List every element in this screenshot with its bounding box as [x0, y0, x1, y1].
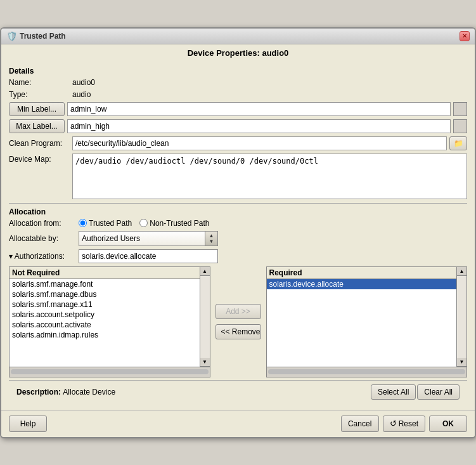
- help-button[interactable]: Help: [9, 416, 47, 432]
- required-scroll-down[interactable]: ▼: [457, 358, 466, 367]
- list-item[interactable]: solaris.admin.idmap.rules: [10, 330, 200, 340]
- required-panel: Required solaris.device.allocate ▲ ▼: [266, 266, 468, 377]
- transfer-buttons-area: Add >> << Remove: [213, 266, 264, 377]
- clean-program-label: Clean Program:: [9, 139, 72, 148]
- min-label-input[interactable]: [67, 102, 451, 116]
- not-required-header: Not Required: [9, 266, 200, 278]
- device-map-label: Device Map:: [9, 154, 72, 164]
- lists-area: Not Required solaris.smf.manage.fontsola…: [9, 266, 467, 377]
- reset-button[interactable]: ↺Reset: [383, 416, 425, 432]
- window-title: Device Properties: audio0: [1, 44, 475, 60]
- details-section-header: Details: [9, 67, 467, 75]
- max-label-color-box: [453, 119, 467, 133]
- footer-right: Cancel ↺Reset OK: [341, 416, 467, 432]
- authorizations-input[interactable]: [79, 249, 218, 263]
- select-all-button[interactable]: Select All: [371, 384, 416, 400]
- trusted-path-label: Trusted Path: [89, 219, 132, 228]
- trusted-path-radio[interactable]: [79, 219, 87, 227]
- authorizations-row: ▾ Authorizations:: [9, 249, 467, 263]
- trusted-path-icon: 🛡️: [6, 31, 17, 41]
- reset-icon: ↺: [390, 419, 397, 428]
- close-button[interactable]: ✕: [460, 31, 470, 41]
- name-row: Name: audio0: [9, 78, 467, 87]
- titlebar-left: 🛡️ Trusted Path: [6, 31, 66, 41]
- required-scroll-track: [457, 276, 466, 358]
- list-item[interactable]: solaris.smf.manage.font: [10, 279, 200, 289]
- bottom-bar: Description: Allocate Device Select All …: [9, 380, 467, 403]
- clean-program-file-button[interactable]: 📁: [449, 136, 467, 150]
- type-label: Type:: [9, 90, 72, 99]
- remove-button[interactable]: << Remove: [215, 324, 261, 339]
- non-trusted-path-radio-label[interactable]: Non-Trusted Path: [139, 219, 209, 228]
- required-header: Required: [266, 266, 458, 278]
- allocatable-by-select[interactable]: Authorized Users: [79, 231, 205, 246]
- required-vscroll[interactable]: ▲ ▼: [457, 266, 467, 367]
- clear-all-button[interactable]: Clear All: [417, 384, 460, 400]
- content-area: Details Name: audio0 Type: audio Min Lab…: [1, 60, 475, 410]
- separator: [9, 203, 467, 204]
- allocation-section-header: Allocation: [9, 207, 467, 216]
- description-value: Allocate Device: [63, 388, 115, 396]
- type-value: audio: [72, 90, 91, 99]
- not-required-hscroll[interactable]: [9, 367, 210, 377]
- non-trusted-path-label: Non-Trusted Path: [150, 219, 209, 228]
- required-scroll-up[interactable]: ▲: [457, 267, 466, 276]
- name-label: Name:: [9, 78, 72, 87]
- select-all-area: Select All Clear All: [371, 384, 460, 400]
- list-item[interactable]: solaris.smf.manage.dbus: [10, 289, 200, 299]
- min-label-color-box: [453, 102, 467, 116]
- non-trusted-path-radio[interactable]: [139, 219, 148, 227]
- not-required-scroll-track: [200, 276, 210, 358]
- main-window: 🛡️ Trusted Path ✕ Device Properties: aud…: [0, 27, 476, 438]
- allocation-from-radio-group: Trusted Path Non-Trusted Path: [79, 219, 210, 228]
- cancel-button[interactable]: Cancel: [341, 416, 379, 432]
- clean-program-input[interactable]: [72, 136, 447, 150]
- list-item[interactable]: solaris.smf.manage.x11: [10, 299, 200, 310]
- allocatable-by-row: Allocatable by: Authorized Users ▲▼: [9, 231, 467, 246]
- list-item[interactable]: solaris.device.allocate: [267, 279, 457, 289]
- description-label: Description:: [16, 388, 63, 396]
- required-hscroll[interactable]: [266, 367, 468, 377]
- allocation-from-label: Allocation from:: [9, 219, 79, 228]
- device-map-row: Device Map: /dev/audio /dev/audioctl /de…: [9, 154, 467, 199]
- ok-button[interactable]: OK: [429, 416, 467, 432]
- required-hscroll-track: [268, 369, 466, 374]
- titlebar: 🛡️ Trusted Path ✕: [1, 29, 475, 44]
- select-arrow-icon[interactable]: ▲▼: [205, 231, 218, 246]
- allocatable-by-select-wrapper: Authorized Users ▲▼: [79, 231, 218, 246]
- not-required-scroll-down[interactable]: ▼: [200, 358, 210, 367]
- titlebar-title: Trusted Path: [20, 32, 66, 41]
- allocation-from-row: Allocation from: Trusted Path Non-Truste…: [9, 219, 467, 228]
- list-item[interactable]: solaris.account.activate: [10, 320, 200, 330]
- description-area: Description: Allocate Device: [16, 388, 115, 396]
- list-item[interactable]: solaris.account.setpolicy: [10, 310, 200, 320]
- footer-bar: Help Cancel ↺Reset OK: [1, 410, 475, 437]
- min-label-row: Min Label...: [9, 102, 467, 116]
- device-map-input[interactable]: /dev/audio /dev/audioctl /dev/sound/0 /d…: [72, 154, 467, 199]
- max-label-row: Max Label...: [9, 119, 467, 133]
- clean-program-row: Clean Program: 📁: [9, 136, 467, 150]
- not-required-panel: Not Required solaris.smf.manage.fontsola…: [9, 266, 210, 377]
- trusted-path-radio-label[interactable]: Trusted Path: [79, 219, 132, 228]
- max-label-button[interactable]: Max Label...: [9, 119, 65, 133]
- min-label-button[interactable]: Min Label...: [9, 102, 65, 116]
- type-row: Type: audio: [9, 90, 467, 99]
- not-required-vscroll[interactable]: ▲ ▼: [200, 266, 210, 367]
- not-required-scroll-up[interactable]: ▲: [200, 267, 210, 276]
- not-required-list[interactable]: solaris.smf.manage.fontsolaris.smf.manag…: [9, 278, 200, 367]
- not-required-hscroll-track: [11, 369, 209, 374]
- allocatable-by-label: Allocatable by:: [9, 234, 79, 243]
- name-value: audio0: [72, 78, 95, 87]
- authorizations-label: ▾ Authorizations:: [9, 252, 79, 261]
- max-label-input[interactable]: [67, 119, 451, 133]
- required-list[interactable]: solaris.device.allocate: [266, 278, 458, 367]
- reset-label: Reset: [399, 419, 418, 428]
- add-button[interactable]: Add >>: [215, 304, 261, 319]
